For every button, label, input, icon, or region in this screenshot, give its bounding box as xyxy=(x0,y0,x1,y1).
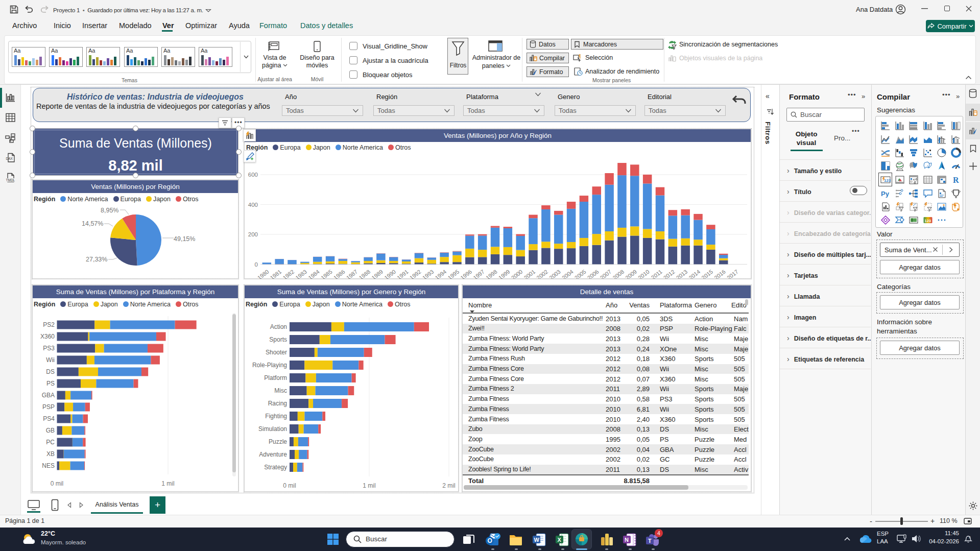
svg-text:1998: 1998 xyxy=(485,269,498,279)
svg-text:Wii: Wii xyxy=(46,356,55,364)
svg-text:Strategy: Strategy xyxy=(264,464,287,471)
svg-text:T: T xyxy=(648,538,652,544)
svg-text:NES: NES xyxy=(42,462,55,469)
svg-text:1986: 1986 xyxy=(332,269,346,279)
svg-text:X360: X360 xyxy=(40,333,55,340)
svg-text:0 mil: 0 mil xyxy=(51,480,63,487)
svg-text:2 mil: 2 mil xyxy=(442,482,455,489)
svg-text:PS: PS xyxy=(46,380,55,387)
svg-text:O: O xyxy=(488,537,492,544)
svg-text:1989: 1989 xyxy=(370,269,384,279)
svg-text:123: 123 xyxy=(925,219,931,223)
svg-text:1988: 1988 xyxy=(358,269,372,279)
svg-text:2002: 2002 xyxy=(535,269,549,279)
svg-text:2004: 2004 xyxy=(561,269,575,279)
svg-text:0 mil: 0 mil xyxy=(283,482,296,489)
svg-text:PC: PC xyxy=(46,439,55,446)
svg-text:1996: 1996 xyxy=(459,269,473,279)
svg-text:DAX: DAX xyxy=(6,157,13,160)
svg-text:PSP: PSP xyxy=(42,403,55,411)
svg-text:Shooter: Shooter xyxy=(266,349,287,356)
svg-text:PS2: PS2 xyxy=(43,321,55,328)
svg-text:Simulation: Simulation xyxy=(258,425,287,433)
svg-text:2001: 2001 xyxy=(523,269,537,279)
svg-text:Puzzle: Puzzle xyxy=(269,438,287,445)
svg-text:2015: 2015 xyxy=(700,269,714,279)
svg-text:TMDL: TMDL xyxy=(6,178,15,182)
svg-text:2013: 2013 xyxy=(675,269,689,279)
svg-text:1993: 1993 xyxy=(421,269,435,279)
svg-text:2016: 2016 xyxy=(713,269,727,279)
svg-text:1991: 1991 xyxy=(396,269,410,279)
svg-text:1999: 1999 xyxy=(497,269,511,279)
svg-text:z: z xyxy=(969,535,970,539)
svg-text:2003: 2003 xyxy=(548,269,562,279)
svg-text:2006: 2006 xyxy=(586,269,600,279)
svg-text:1982: 1982 xyxy=(282,269,296,279)
svg-text:2017: 2017 xyxy=(726,269,739,279)
svg-text:2014: 2014 xyxy=(688,269,702,279)
svg-text:1990: 1990 xyxy=(383,269,397,279)
svg-text:400: 400 xyxy=(248,202,258,208)
svg-text:Role-Playing: Role-Playing xyxy=(252,362,287,369)
svg-text:Adventure: Adventure xyxy=(259,451,287,458)
svg-text:2010: 2010 xyxy=(637,269,651,279)
svg-text:600: 600 xyxy=(248,172,258,178)
svg-text:1980: 1980 xyxy=(256,269,270,279)
svg-text:1 mil: 1 mil xyxy=(363,482,375,489)
svg-text:GB: GB xyxy=(46,427,55,434)
svg-text:DS: DS xyxy=(46,368,55,375)
svg-text:Fighting: Fighting xyxy=(265,413,287,420)
svg-text:1997: 1997 xyxy=(472,269,486,279)
svg-text:Racing: Racing xyxy=(268,400,287,407)
svg-text:2008: 2008 xyxy=(612,269,626,279)
svg-text:R: R xyxy=(953,176,959,184)
svg-text:XB: XB xyxy=(46,450,55,458)
svg-text:W: W xyxy=(534,537,540,543)
svg-text:2005: 2005 xyxy=(573,269,587,279)
svg-text:PS4: PS4 xyxy=(43,415,55,422)
svg-text:0: 0 xyxy=(255,261,258,268)
svg-text:Misc: Misc xyxy=(274,387,287,394)
svg-text:2009: 2009 xyxy=(624,269,638,279)
svg-text:GBA: GBA xyxy=(42,392,55,399)
svg-text:1994: 1994 xyxy=(434,269,448,279)
svg-text:Py: Py xyxy=(881,190,890,198)
svg-text:1983: 1983 xyxy=(294,269,308,279)
svg-text:200: 200 xyxy=(248,231,258,237)
svg-text:Action: Action xyxy=(270,323,287,330)
svg-text:1995: 1995 xyxy=(447,269,461,279)
svg-text:Sports: Sports xyxy=(269,336,287,343)
svg-text:2011: 2011 xyxy=(650,269,663,279)
svg-text:N: N xyxy=(625,537,629,543)
svg-text:2012: 2012 xyxy=(662,269,676,279)
svg-text:1 mil: 1 mil xyxy=(161,480,174,487)
svg-text:2000: 2000 xyxy=(510,269,524,279)
svg-text:X: X xyxy=(558,537,562,543)
svg-text:1981: 1981 xyxy=(269,269,283,279)
svg-text:Platform: Platform xyxy=(264,374,287,381)
svg-text:2007: 2007 xyxy=(599,269,613,279)
svg-text:1984: 1984 xyxy=(307,269,321,279)
svg-text:PS3: PS3 xyxy=(43,345,55,352)
svg-text:1987: 1987 xyxy=(345,269,359,279)
svg-text:1992: 1992 xyxy=(409,269,422,279)
svg-text:1985: 1985 xyxy=(320,269,333,279)
